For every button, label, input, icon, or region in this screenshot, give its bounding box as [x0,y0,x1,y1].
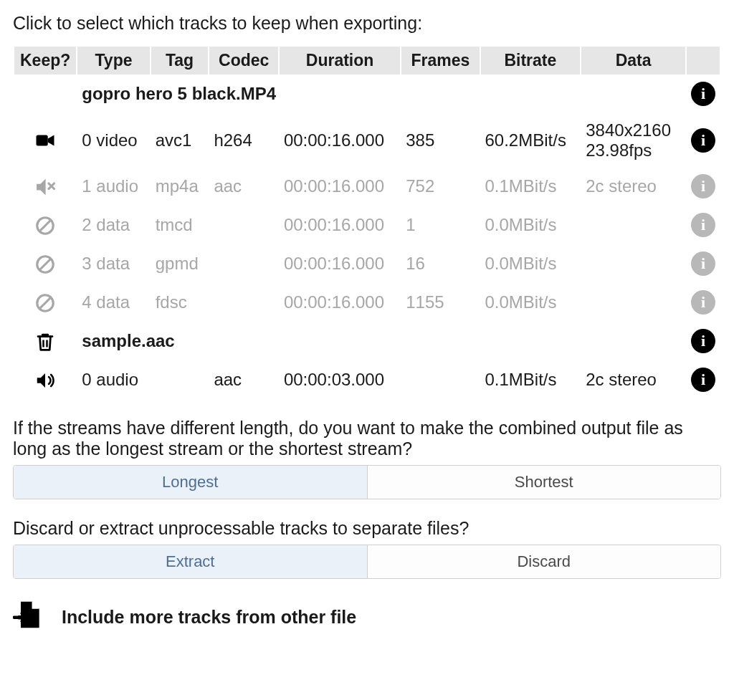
track-codec [209,206,277,244]
file-row: gopro hero 5 black.MP4i [14,75,720,113]
file-row: sample.aaci [14,322,720,360]
discard-button[interactable]: Discard [367,545,721,578]
track-type: 1 audio [77,167,149,206]
track-data [581,244,685,283]
disabled-icon[interactable] [14,283,76,322]
track-bitrate: 0.1MBit/s [481,360,581,399]
file-name: gopro hero 5 black.MP4 [77,75,685,113]
track-tag: avc1 [151,113,209,167]
track-row[interactable]: 1 audiomp4aaac00:00:16.0007520.1MBit/s2c… [14,167,720,206]
col-duration: Duration [280,47,400,75]
extract-button[interactable]: Extract [14,545,367,578]
col-info [687,47,720,75]
track-frames: 752 [401,167,479,206]
track-type: 3 data [77,244,149,283]
info-button[interactable]: i [691,128,715,153]
track-duration: 00:00:03.000 [280,360,400,399]
col-tag: Tag [151,47,209,75]
track-codec [209,283,277,322]
track-duration: 00:00:16.000 [280,113,400,167]
track-bitrate: 0.0MBit/s [481,244,581,283]
info-button[interactable]: i [691,174,715,198]
track-bitrate: 0.1MBit/s [481,167,581,206]
info-button[interactable]: i [691,368,715,392]
track-duration: 00:00:16.000 [280,206,400,244]
track-type: 0 audio [77,360,149,399]
track-data: 2c stereo [581,360,685,399]
track-type: 4 data [77,283,149,322]
longest-button[interactable]: Longest [14,466,367,499]
track-bitrate: 0.0MBit/s [481,206,581,244]
track-codec [209,244,277,283]
length-toggle: Longest Shortest [13,465,721,499]
length-question: If the streams have different length, do… [13,418,721,459]
track-codec: aac [209,360,277,399]
col-keep: Keep? [14,47,76,75]
track-type: 0 video [77,113,149,167]
info-button[interactable]: i [691,251,715,276]
include-more-button[interactable]: Include more tracks from other file [13,599,721,635]
discard-question: Discard or extract unprocessable tracks … [13,518,721,539]
track-duration: 00:00:16.000 [280,167,400,206]
muted-icon[interactable] [14,167,76,206]
track-data [581,206,685,244]
svg-line-4 [40,259,51,269]
shortest-button[interactable]: Shortest [367,466,721,499]
track-row[interactable]: 0 audioaac00:00:03.0000.1MBit/s2c stereo… [14,360,720,399]
video-icon[interactable] [14,113,76,167]
instruction-text: Click to select which tracks to keep whe… [13,13,721,34]
track-data: 2c stereo [581,167,685,206]
track-bitrate: 60.2MBit/s [481,113,581,167]
track-frames: 1 [401,206,479,244]
track-tag: tmcd [151,206,209,244]
track-row[interactable]: 4 datafdsc00:00:16.00011550.0MBit/si [14,283,720,322]
track-data [581,283,685,322]
file-import-icon [13,599,44,635]
col-type: Type [77,47,149,75]
track-row[interactable]: 0 videoavc1h26400:00:16.00038560.2MBit/s… [14,113,720,167]
track-codec: aac [209,167,277,206]
tracks-table: Keep? Type Tag Codec Duration Frames Bit… [13,47,721,399]
track-data: 3840x216023.98fps [581,113,685,167]
info-button[interactable]: i [691,82,715,106]
info-button[interactable]: i [691,213,715,237]
svg-rect-0 [37,135,48,145]
col-codec: Codec [209,47,277,75]
col-frames: Frames [401,47,479,75]
info-button[interactable]: i [691,329,715,353]
track-type: 2 data [77,206,149,244]
trash-icon[interactable] [14,322,76,360]
track-row[interactable]: 2 datatmcd00:00:16.00010.0MBit/si [14,206,720,244]
track-duration: 00:00:16.000 [280,244,400,283]
track-tag: gpmd [151,244,209,283]
svg-line-6 [40,297,51,308]
col-data: Data [581,47,685,75]
track-bitrate: 0.0MBit/s [481,283,581,322]
svg-line-2 [40,220,51,231]
track-frames: 1155 [401,283,479,322]
file-icon-placeholder [14,75,76,113]
col-bitrate: Bitrate [481,47,581,75]
track-frames: 385 [401,113,479,167]
track-tag [151,360,209,399]
file-name: sample.aac [77,322,685,360]
track-frames [401,360,479,399]
include-more-label: Include more tracks from other file [62,607,356,628]
speaker-icon[interactable] [14,360,76,399]
track-frames: 16 [401,244,479,283]
track-codec: h264 [209,113,277,167]
track-row[interactable]: 3 datagpmd00:00:16.000160.0MBit/si [14,244,720,283]
track-tag: fdsc [151,283,209,322]
disabled-icon[interactable] [14,206,76,244]
track-tag: mp4a [151,167,209,206]
disabled-icon[interactable] [14,244,76,283]
track-duration: 00:00:16.000 [280,283,400,322]
discard-toggle: Extract Discard [13,545,721,579]
info-button[interactable]: i [691,290,715,315]
